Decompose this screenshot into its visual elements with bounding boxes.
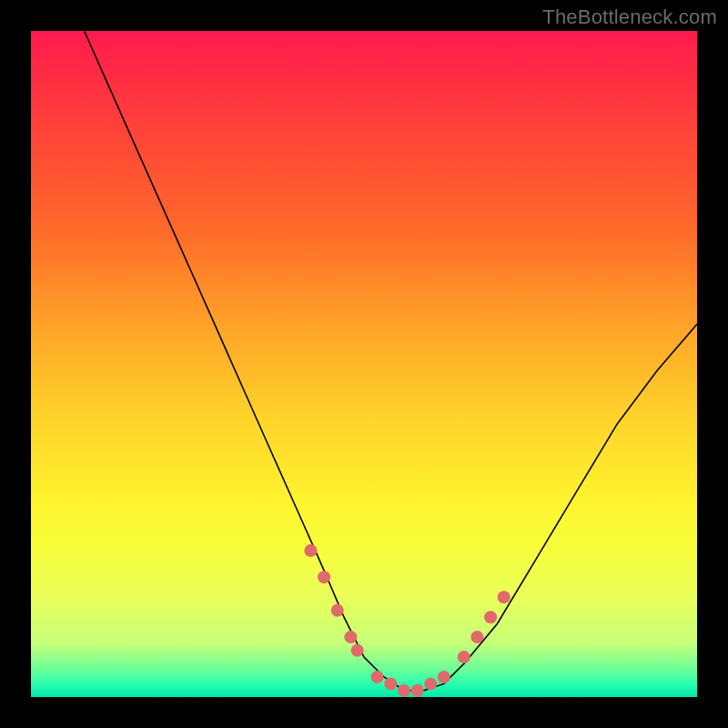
highlight-dot bbox=[384, 677, 397, 690]
highlight-dot bbox=[498, 591, 511, 603]
highlight-dot bbox=[470, 631, 483, 643]
highlight-dot bbox=[438, 671, 450, 683]
highlight-dot bbox=[458, 651, 470, 663]
highlight-dot bbox=[318, 571, 330, 583]
highlight-dot bbox=[424, 677, 437, 690]
chart-stage: TheBottleneck.com bbox=[0, 0, 728, 728]
highlight-dot bbox=[371, 671, 384, 683]
plot-area bbox=[31, 31, 697, 697]
highlight-dot bbox=[304, 544, 317, 557]
highlight-dots bbox=[304, 544, 510, 697]
curve-layer bbox=[31, 31, 697, 697]
highlight-dot bbox=[344, 631, 357, 643]
highlight-dot bbox=[331, 604, 344, 617]
bottleneck-curve bbox=[85, 31, 697, 691]
attribution-label: TheBottleneck.com bbox=[542, 5, 717, 29]
highlight-dot bbox=[351, 644, 364, 657]
highlight-dot bbox=[411, 684, 424, 697]
highlight-dot bbox=[398, 684, 410, 697]
highlight-dot bbox=[484, 611, 497, 623]
